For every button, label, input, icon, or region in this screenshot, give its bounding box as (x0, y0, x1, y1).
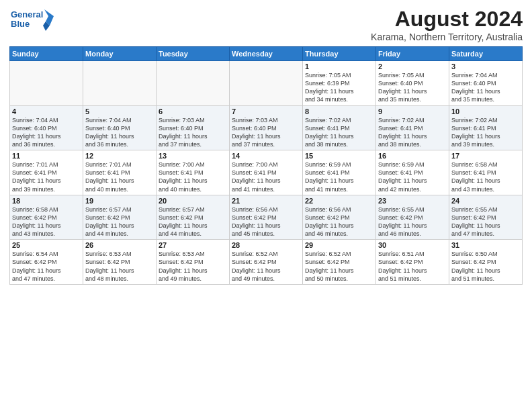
calendar-cell: 14Sunrise: 7:00 AM Sunset: 6:41 PM Dayli… (230, 150, 303, 195)
day-number: 31 (451, 241, 520, 249)
day-info: Sunrise: 6:53 AM Sunset: 6:42 PM Dayligh… (159, 250, 227, 283)
day-number: 2 (378, 62, 447, 71)
calendar-cell: 12Sunrise: 7:01 AM Sunset: 6:41 PM Dayli… (83, 150, 157, 195)
calendar-cell: 2Sunrise: 7:05 AM Sunset: 6:40 PM Daylig… (376, 61, 449, 106)
day-number: 4 (12, 107, 81, 116)
day-number: 18 (12, 197, 81, 205)
calendar-cell: 30Sunrise: 6:51 AM Sunset: 6:42 PM Dayli… (376, 240, 449, 285)
calendar-cell: 24Sunrise: 6:55 AM Sunset: 6:42 PM Dayli… (449, 195, 523, 240)
calendar-cell: 31Sunrise: 6:50 AM Sunset: 6:42 PM Dayli… (449, 240, 523, 285)
logo: General Blue (9, 7, 56, 36)
day-info: Sunrise: 6:59 AM Sunset: 6:41 PM Dayligh… (305, 161, 373, 193)
calendar-cell (230, 61, 303, 106)
day-info: Sunrise: 7:03 AM Sunset: 6:40 PM Dayligh… (232, 116, 300, 149)
day-info: Sunrise: 7:04 AM Sunset: 6:40 PM Dayligh… (12, 116, 81, 149)
header-thursday: Thursday (303, 47, 376, 61)
day-info: Sunrise: 7:04 AM Sunset: 6:40 PM Dayligh… (451, 71, 520, 104)
day-info: Sunrise: 6:55 AM Sunset: 6:42 PM Dayligh… (451, 205, 520, 238)
day-info: Sunrise: 6:58 AM Sunset: 6:42 PM Dayligh… (12, 205, 81, 238)
day-info: Sunrise: 6:59 AM Sunset: 6:41 PM Dayligh… (378, 161, 447, 193)
calendar: SundayMondayTuesdayWednesdayThursdayFrid… (9, 46, 523, 285)
day-number: 12 (85, 152, 154, 160)
day-number: 13 (159, 152, 227, 160)
day-info: Sunrise: 7:00 AM Sunset: 6:41 PM Dayligh… (159, 161, 227, 193)
day-number: 14 (232, 152, 300, 160)
day-number: 3 (451, 62, 520, 71)
day-info: Sunrise: 7:05 AM Sunset: 6:40 PM Dayligh… (378, 71, 447, 104)
calendar-cell: 13Sunrise: 7:00 AM Sunset: 6:41 PM Dayli… (157, 150, 230, 195)
calendar-cell: 4Sunrise: 7:04 AM Sunset: 6:40 PM Daylig… (10, 105, 83, 150)
calendar-cell: 1Sunrise: 7:05 AM Sunset: 6:39 PM Daylig… (303, 61, 376, 106)
header-monday: Monday (83, 47, 157, 61)
day-number: 23 (378, 197, 447, 205)
day-number: 22 (305, 197, 373, 205)
day-number: 9 (378, 107, 447, 116)
calendar-cell: 26Sunrise: 6:53 AM Sunset: 6:42 PM Dayli… (83, 240, 157, 285)
calendar-cell: 28Sunrise: 6:52 AM Sunset: 6:42 PM Dayli… (230, 240, 303, 285)
day-info: Sunrise: 7:00 AM Sunset: 6:41 PM Dayligh… (232, 161, 300, 193)
day-info: Sunrise: 6:57 AM Sunset: 6:42 PM Dayligh… (159, 205, 227, 238)
calendar-cell: 20Sunrise: 6:57 AM Sunset: 6:42 PM Dayli… (157, 195, 230, 240)
calendar-cell: 5Sunrise: 7:04 AM Sunset: 6:40 PM Daylig… (83, 105, 157, 150)
calendar-cell: 21Sunrise: 6:56 AM Sunset: 6:42 PM Dayli… (230, 195, 303, 240)
calendar-cell: 9Sunrise: 7:02 AM Sunset: 6:41 PM Daylig… (376, 105, 449, 150)
day-number: 5 (85, 107, 154, 116)
day-number: 25 (12, 241, 81, 249)
calendar-cell: 16Sunrise: 6:59 AM Sunset: 6:41 PM Dayli… (376, 150, 449, 195)
day-number: 19 (85, 197, 154, 205)
calendar-cell: 10Sunrise: 7:02 AM Sunset: 6:41 PM Dayli… (449, 105, 523, 150)
day-info: Sunrise: 6:50 AM Sunset: 6:42 PM Dayligh… (451, 250, 520, 283)
day-info: Sunrise: 7:02 AM Sunset: 6:41 PM Dayligh… (378, 116, 447, 149)
day-number: 27 (159, 241, 227, 249)
day-info: Sunrise: 6:55 AM Sunset: 6:42 PM Dayligh… (378, 205, 447, 238)
day-info: Sunrise: 6:52 AM Sunset: 6:42 PM Dayligh… (232, 250, 300, 283)
calendar-cell: 19Sunrise: 6:57 AM Sunset: 6:42 PM Dayli… (83, 195, 157, 240)
day-number: 8 (305, 107, 373, 116)
calendar-cell: 15Sunrise: 6:59 AM Sunset: 6:41 PM Dayli… (303, 150, 376, 195)
calendar-cell (10, 61, 83, 106)
day-info: Sunrise: 7:04 AM Sunset: 6:40 PM Dayligh… (85, 116, 154, 149)
calendar-cell: 17Sunrise: 6:58 AM Sunset: 6:41 PM Dayli… (449, 150, 523, 195)
day-number: 17 (451, 152, 520, 160)
calendar-cell: 29Sunrise: 6:52 AM Sunset: 6:42 PM Dayli… (303, 240, 376, 285)
day-number: 1 (305, 62, 373, 71)
day-number: 24 (451, 197, 520, 205)
day-info: Sunrise: 7:05 AM Sunset: 6:39 PM Dayligh… (305, 71, 373, 104)
header-saturday: Saturday (449, 47, 523, 61)
calendar-cell: 7Sunrise: 7:03 AM Sunset: 6:40 PM Daylig… (230, 105, 303, 150)
day-number: 6 (159, 107, 227, 116)
day-number: 29 (305, 241, 373, 249)
calendar-cell: 25Sunrise: 6:54 AM Sunset: 6:42 PM Dayli… (10, 240, 83, 285)
day-info: Sunrise: 7:02 AM Sunset: 6:41 PM Dayligh… (305, 116, 373, 149)
title-block: August 2024 Karama, Northern Territory, … (371, 7, 523, 42)
day-number: 15 (305, 152, 373, 160)
day-info: Sunrise: 6:56 AM Sunset: 6:42 PM Dayligh… (305, 205, 373, 238)
day-number: 11 (12, 152, 81, 160)
calendar-cell: 22Sunrise: 6:56 AM Sunset: 6:42 PM Dayli… (303, 195, 376, 240)
calendar-cell (157, 61, 230, 106)
calendar-cell: 27Sunrise: 6:53 AM Sunset: 6:42 PM Dayli… (157, 240, 230, 285)
header-sunday: Sunday (10, 47, 83, 61)
calendar-cell: 6Sunrise: 7:03 AM Sunset: 6:40 PM Daylig… (157, 105, 230, 150)
svg-text:Blue: Blue (11, 19, 30, 29)
day-info: Sunrise: 6:57 AM Sunset: 6:42 PM Dayligh… (85, 205, 154, 238)
day-info: Sunrise: 7:02 AM Sunset: 6:41 PM Dayligh… (451, 116, 520, 149)
calendar-cell: 3Sunrise: 7:04 AM Sunset: 6:40 PM Daylig… (449, 61, 523, 106)
day-number: 28 (232, 241, 300, 249)
day-number: 20 (159, 197, 227, 205)
calendar-cell (83, 61, 157, 106)
calendar-cell: 8Sunrise: 7:02 AM Sunset: 6:41 PM Daylig… (303, 105, 376, 150)
day-number: 10 (451, 107, 520, 116)
day-info: Sunrise: 7:01 AM Sunset: 6:41 PM Dayligh… (85, 161, 154, 193)
svg-text:General: General (11, 9, 43, 19)
location: Karama, Northern Territory, Australia (371, 32, 523, 42)
day-info: Sunrise: 6:53 AM Sunset: 6:42 PM Dayligh… (85, 250, 154, 283)
day-info: Sunrise: 6:52 AM Sunset: 6:42 PM Dayligh… (305, 250, 373, 283)
header-wednesday: Wednesday (230, 47, 303, 61)
day-info: Sunrise: 6:58 AM Sunset: 6:41 PM Dayligh… (451, 161, 520, 193)
day-number: 7 (232, 107, 300, 116)
calendar-cell: 23Sunrise: 6:55 AM Sunset: 6:42 PM Dayli… (376, 195, 449, 240)
day-info: Sunrise: 6:56 AM Sunset: 6:42 PM Dayligh… (232, 205, 300, 238)
day-number: 16 (378, 152, 447, 160)
day-number: 30 (378, 241, 447, 249)
